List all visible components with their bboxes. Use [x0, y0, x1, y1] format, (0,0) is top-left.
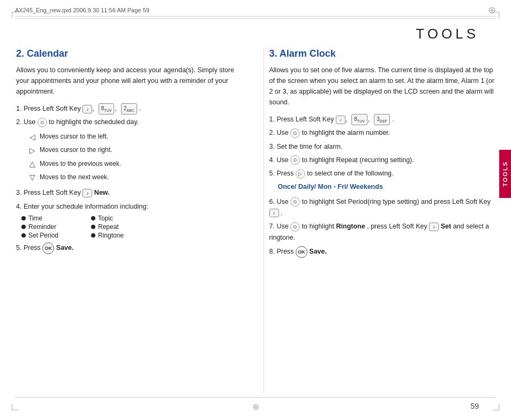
calendar-step-1: 1. Press Left Soft Key ♪, 8TUV, 2ABC .	[16, 103, 242, 114]
soft-key-icon-2: ♪	[82, 189, 92, 197]
alarm-ringtone-bold: Ringtone	[336, 223, 365, 230]
calendar-step5-text: 5. Press	[16, 244, 42, 251]
alarm-step7-suffix: to highlight	[302, 223, 336, 230]
cursor-item-left: ◁ Moves cursor to the left.	[29, 131, 242, 144]
ok-btn-calendar: OK	[42, 242, 54, 254]
header-file-info: AX245_Eng_new.qxd 2006.9.30 11:56 AM Pag…	[15, 7, 488, 13]
alarm-step1-text: 1. Press Left Soft Key	[269, 116, 336, 123]
alarm-key-3def: 3DEF	[374, 114, 390, 125]
cursor-right-text: Moves cursor to the right.	[40, 144, 112, 156]
calendar-step-3: 3. Press Left Soft Key ♪ New.	[16, 187, 242, 198]
calendar-step1-text: 1. Press Left Soft Key	[16, 105, 82, 112]
alarm-step-5: 5. Press ▷ to select one of the followin…	[269, 168, 495, 179]
calendar-intro: Allows you to conveniently keep and acce…	[16, 65, 242, 97]
alarm-step7-text: 7. Use	[269, 223, 291, 230]
alarm-soft-key-1: ♪	[336, 116, 345, 124]
bullet-topic: Topic	[91, 215, 145, 222]
bullet-reminder-label: Reminder	[28, 223, 56, 231]
calendar-step-2: 2. Use ⊙ to highlight the scheduled day.	[16, 117, 242, 128]
corner-mark-bl	[12, 404, 18, 410]
bullet-time: Time	[21, 215, 75, 222]
bullet-setperiod-label: Set Period	[28, 232, 58, 239]
bullet-topic-label: Topic	[98, 215, 113, 222]
bullet-row-1: Time Topic	[21, 215, 242, 222]
content-area: 2. Calendar Allows you to conveniently k…	[16, 48, 495, 393]
bullet-row-2: Reminder Repeat	[21, 223, 242, 231]
bullet-list: Time Topic Reminder Repeat	[21, 215, 242, 239]
alarm-nav-icon-6: ⊙	[290, 197, 300, 207]
bullet-ringtone: Ringtone	[91, 232, 145, 239]
calendar-step2-text: 2. Use	[16, 118, 37, 126]
alarm-step6-suffix: to highlight Set Period(ring type settin…	[302, 198, 491, 205]
cursor-list: ◁ Moves cursor to the left. ▷ Moves curs…	[29, 131, 242, 185]
left-arrow-icon: ◁	[29, 131, 37, 144]
alarm-soft-key-7: ♪	[429, 223, 439, 231]
calendar-step5-bold: Save.	[56, 244, 74, 251]
alarm-step2-suffix: to highlight the alarm number.	[302, 129, 390, 136]
alarm-nav-icon-4: ⊙	[290, 155, 300, 165]
alarm-step5-suffix: to select one of the following.	[307, 170, 393, 177]
calendar-title: 2. Calendar	[16, 48, 242, 59]
cursor-down-text: Moves to the next week.	[40, 172, 109, 184]
alarm-step-2: 2. Use ⊙ to highlight the alarm number.	[269, 127, 495, 139]
alarm-nav-icon-5: ▷	[296, 169, 305, 179]
calendar-step-5: 5. Press OK Save.	[16, 242, 242, 254]
side-tab: TOOLS	[499, 150, 511, 198]
bullet-repeat-label: Repeat	[98, 223, 119, 231]
cursor-item-down: ▽ Moves to the next week.	[29, 171, 242, 184]
alarm-options: Once/ Daily/ Mon - Fri/ Weekends	[278, 181, 495, 193]
ok-btn-alarm: OK	[296, 246, 307, 258]
alarm-intro: Allows you to set one of five alarms. Th…	[269, 65, 495, 108]
alarm-step3-text: 3. Set the time for alarm.	[269, 143, 343, 150]
nav-icon-1: ⊙	[37, 118, 47, 127]
bullet-ringtone-label: Ringtone	[98, 232, 124, 239]
bullet-dot-topic	[91, 216, 95, 220]
key-8tv: 8TUV	[99, 103, 115, 114]
cursor-item-up: △ Moves to the previous week.	[29, 157, 242, 171]
bullet-dot-repeat	[91, 225, 95, 229]
alarm-step8-bold: Save.	[309, 248, 327, 255]
bullet-reminder: Reminder	[21, 223, 75, 231]
alarm-step4-suffix: to highlight Repeat (recurring setting).	[302, 156, 414, 164]
cursor-left-text: Moves cursor to the left.	[40, 131, 108, 143]
cursor-item-right: ▷ Moves cursor to the right.	[29, 144, 242, 157]
alarm-step-3: 3. Set the time for alarm.	[269, 141, 495, 152]
right-arrow-icon: ▷	[29, 144, 37, 157]
soft-key-icon-1: ♪	[82, 105, 92, 113]
alarm-step5-text: 5. Press	[269, 170, 296, 177]
alarm-step-6: 6. Use ⊙ to highlight Set Period(ring ty…	[269, 196, 495, 219]
alarm-nav-icon-2: ⊙	[290, 128, 300, 138]
bullet-repeat: Repeat	[91, 223, 145, 231]
alarm-step6-end: .	[281, 209, 282, 217]
alarm-step4-text: 4. Use	[269, 156, 291, 164]
page-number: 59	[470, 402, 479, 410]
bullet-dot-time	[21, 216, 26, 220]
key-2abc: 2ABC	[121, 103, 137, 114]
calendar-step3-text: 3. Press Left Soft Key	[16, 189, 82, 196]
alarm-step8-text: 8. Press	[269, 248, 296, 255]
alarm-step6-text: 6. Use	[269, 198, 291, 205]
alarm-step-8: 8. Press OK Save.	[269, 246, 495, 258]
calendar-step4-text: 4. Enter your schedule information inclu…	[16, 203, 148, 210]
corner-mark-br	[493, 404, 499, 410]
page-title: TOOLS	[416, 26, 479, 42]
calendar-step-4: 4. Enter your schedule information inclu…	[16, 201, 242, 212]
alarm-title: 3. Alarm Clock	[269, 48, 495, 59]
alarm-options-text: Once/ Daily/ Mon - Fri/ Weekends	[278, 183, 383, 190]
top-divider	[15, 16, 496, 17]
alarm-step-4: 4. Use ⊙ to highlight Repeat (recurring …	[269, 155, 495, 166]
alarm-step2-text: 2. Use	[269, 129, 291, 136]
crosshair-icon: ⊕	[488, 4, 496, 16]
bullet-dot-setperiod	[21, 233, 26, 238]
bullet-setperiod: Set Period	[21, 232, 75, 239]
calendar-step2-suffix: to highlight the scheduled day.	[49, 118, 139, 126]
alarm-section: 3. Alarm Clock Allows you to set one of …	[264, 48, 495, 393]
bullet-row-3: Set Period Ringtone	[21, 232, 242, 239]
alarm-set-bold: Set	[441, 223, 451, 230]
down-arrow-icon: ▽	[29, 171, 37, 184]
bottom-crosshair-icon: ⊕	[252, 402, 259, 412]
alarm-step-1: 1. Press Left Soft Key ♪, 8TUV, 3DEF .	[269, 114, 495, 125]
side-tab-text: TOOLS	[502, 161, 508, 187]
bullet-time-label: Time	[28, 215, 42, 222]
alarm-soft-key-6: ♪	[269, 209, 279, 217]
